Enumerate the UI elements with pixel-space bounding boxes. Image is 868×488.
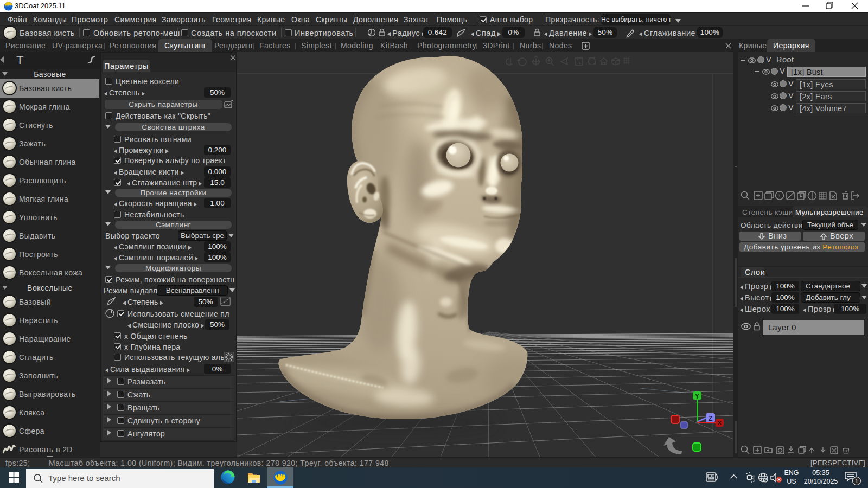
svg-text:Y: Y <box>695 393 699 400</box>
svg-text:X: X <box>718 420 722 426</box>
svg-text:Z: Z <box>709 414 713 422</box>
svg-text:1: 1 <box>855 478 858 484</box>
